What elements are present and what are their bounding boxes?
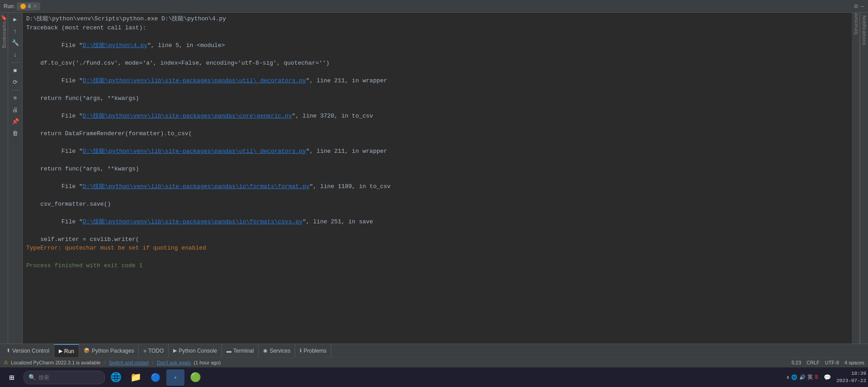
taskbar: ⊞ 🔍 🌐 📁 🔵 ✦ 🟢 ∧ 🌐 🔊 英 S 💬 10:39 2023-07-… bbox=[0, 367, 868, 387]
run-tab-label: Run bbox=[64, 348, 74, 354]
taskbar-app-explorer[interactable]: 📁 bbox=[127, 369, 145, 386]
notifications-label[interactable]: Notifications bbox=[862, 13, 867, 45]
line7-suffix: ", line 3720, in to_csv bbox=[292, 113, 373, 119]
toolbar-separator bbox=[11, 62, 20, 63]
tray-icon-network[interactable]: 🌐 bbox=[791, 374, 797, 380]
taskbar-app-edge[interactable]: 🌐 bbox=[107, 369, 125, 386]
tray-icon-volume[interactable]: 🔊 bbox=[799, 374, 806, 380]
tab-python-console[interactable]: ▶ Python Console bbox=[169, 344, 222, 357]
line-separator[interactable]: CRLF bbox=[807, 360, 820, 365]
bookmarks-bar: 🔖 Bookmarks bbox=[0, 13, 8, 344]
line9-prefix: File " bbox=[54, 148, 82, 155]
console-line-8: return DataFrameRenderer(formatter).to_c… bbox=[26, 129, 848, 138]
line11-link[interactable]: D:\技能\python\venv\lib\site-packages\pand… bbox=[83, 183, 310, 190]
delete-button[interactable]: 🗑 bbox=[10, 128, 20, 138]
services-icon: ◉ bbox=[263, 348, 268, 354]
problems-icon: ℹ bbox=[300, 348, 302, 354]
line11-prefix: File " bbox=[54, 183, 82, 190]
rerun-button[interactable]: ⟳ bbox=[10, 77, 20, 87]
tray-icon-expand[interactable]: ∧ bbox=[787, 374, 790, 380]
print-button[interactable]: 🖨 bbox=[10, 105, 20, 115]
terminal-icon: ▬ bbox=[226, 348, 231, 354]
console-line-2: Traceback (most recent call last): bbox=[26, 24, 848, 33]
bookmarks-label[interactable]: Bookmarks bbox=[1, 21, 7, 51]
line13-link[interactable]: D:\技能\python\venv\lib\site-packages\pand… bbox=[83, 218, 302, 225]
line7-prefix: File " bbox=[54, 113, 82, 119]
version-control-icon: ⬆ bbox=[6, 348, 10, 354]
taskbar-app-green[interactable]: 🟢 bbox=[186, 369, 204, 386]
tab-todo[interactable]: ≡ TODO bbox=[139, 344, 169, 357]
line9-link[interactable]: D:\技能\python\venv\lib\site-packages\pand… bbox=[83, 148, 306, 155]
bottom-tabs: ⬆ Version Control ▶ Run 📦 Python Package… bbox=[0, 344, 868, 357]
status-message: Localized PyCharm 2022.3.1 is available bbox=[11, 360, 101, 365]
pin-button[interactable]: 📌 bbox=[10, 117, 20, 127]
console-line-3: File "D:\技能\python\4.py", line 5, in <mo… bbox=[26, 32, 848, 59]
lines-button[interactable]: ≡ bbox=[10, 93, 20, 103]
structure-label[interactable]: Structure bbox=[853, 13, 859, 38]
run-bar-right: ⚙ — bbox=[854, 2, 864, 10]
taskbar-app-pycharm[interactable]: ✦ bbox=[166, 369, 184, 386]
line3-link[interactable]: D:\技能\python\4.py bbox=[83, 42, 147, 49]
taskbar-app-chrome[interactable]: 🔵 bbox=[146, 369, 165, 386]
settings-icon[interactable]: ⚙ bbox=[854, 2, 858, 10]
console-line-13: File "D:\技能\python\venv\lib\site-package… bbox=[26, 208, 848, 235]
bookmark-icon[interactable]: 🔖 bbox=[0, 14, 7, 21]
structure-bar: Structure bbox=[852, 13, 860, 344]
tray-icon-lang[interactable]: 英 bbox=[807, 373, 813, 381]
notification-button[interactable]: 💬 bbox=[820, 370, 835, 385]
console-line-15: TypeError: quotechar must be set if quot… bbox=[26, 244, 848, 253]
settings-button[interactable]: 🔧 bbox=[10, 38, 20, 48]
status-sep1: // bbox=[104, 360, 106, 365]
console-line-11: File "D:\技能\python\venv\lib\site-package… bbox=[26, 173, 848, 200]
play-button[interactable]: ▶ bbox=[10, 14, 20, 24]
console-line-6: return func(*args, **kwargs) bbox=[26, 94, 848, 103]
stop-button[interactable]: ■ bbox=[10, 66, 20, 76]
run-label: Run: bbox=[4, 3, 15, 9]
cursor-position[interactable]: 5:23 bbox=[792, 360, 801, 365]
start-button[interactable]: ⊞ bbox=[2, 369, 22, 386]
indent[interactable]: 4 spaces bbox=[844, 360, 864, 365]
console-area[interactable]: D:\技能\python\venv\Scripts\python.exe D:\… bbox=[23, 13, 852, 344]
middle-section: 🔖 Bookmarks ▶ ↑ 🔧 ↓ ■ ⟳ ≡ 🖨 📌 🗑 D:\技能\py… bbox=[0, 13, 868, 344]
line7-link[interactable]: D:\技能\python\venv\lib\site-packages\pand… bbox=[83, 113, 292, 119]
scroll-down-button[interactable]: ↓ bbox=[10, 50, 20, 60]
tab-version-control[interactable]: ⬆ Version Control bbox=[2, 344, 54, 357]
tab-services[interactable]: ◉ Services bbox=[259, 344, 295, 357]
taskbar-clock[interactable]: 10:39 2023-07-22 bbox=[836, 370, 866, 384]
line5-link[interactable]: D:\技能\python\venv\lib\site-packages\pand… bbox=[83, 77, 306, 84]
console-line-16 bbox=[26, 253, 848, 262]
left-toolbar: ▶ ↑ 🔧 ↓ ■ ⟳ ≡ 🖨 📌 🗑 bbox=[8, 13, 23, 344]
tab-problems[interactable]: ℹ Problems bbox=[295, 344, 331, 357]
python-packages-label: Python Packages bbox=[92, 348, 134, 354]
console-line-10: return func(*args, **kwargs) bbox=[26, 165, 848, 174]
problems-label: Problems bbox=[303, 348, 326, 354]
line3-suffix: ", line 5, in <module> bbox=[147, 42, 225, 49]
status-action1[interactable]: Switch and restart bbox=[109, 360, 149, 365]
search-input[interactable] bbox=[38, 374, 97, 381]
tab-terminal[interactable]: ▬ Terminal bbox=[222, 344, 259, 357]
status-bar-right: 5:23 CRLF UTF-8 4 spaces bbox=[792, 360, 864, 365]
run-tab[interactable]: 4 × bbox=[17, 2, 40, 10]
console-line-12: csv_formatter.save() bbox=[26, 200, 848, 209]
search-bar[interactable]: 🔍 bbox=[24, 371, 105, 384]
console-line-14: self.writer = csvlib.writer( bbox=[26, 235, 848, 244]
tab-python-packages[interactable]: 📦 Python Packages bbox=[79, 344, 139, 357]
run-tab-icon bbox=[20, 4, 26, 9]
status-bar-left: ⚠ Localized PyCharm 2022.3.1 is availabl… bbox=[4, 359, 792, 365]
run-tab-close[interactable]: × bbox=[33, 3, 37, 9]
console-line-7: File "D:\技能\python\venv\lib\site-package… bbox=[26, 103, 848, 129]
toolbar-separator-2 bbox=[11, 90, 20, 90]
line3-prefix: File " bbox=[54, 42, 82, 49]
notifications-bar: Notifications bbox=[860, 13, 868, 344]
status-action2[interactable]: Don't ask again bbox=[157, 360, 191, 365]
search-icon: 🔍 bbox=[28, 374, 36, 381]
tab-run[interactable]: ▶ Run bbox=[54, 344, 79, 357]
minimize-icon[interactable]: — bbox=[861, 3, 864, 10]
encoding[interactable]: UTF-8 bbox=[825, 360, 839, 365]
tray-icon-s[interactable]: S bbox=[815, 374, 818, 381]
terminal-label: Terminal bbox=[233, 348, 254, 354]
scroll-up-button[interactable]: ↑ bbox=[10, 26, 20, 36]
run-bar: Run: 4 × ⚙ — bbox=[0, 0, 868, 13]
line13-prefix: File " bbox=[54, 218, 82, 225]
line5-prefix: File " bbox=[54, 77, 82, 84]
